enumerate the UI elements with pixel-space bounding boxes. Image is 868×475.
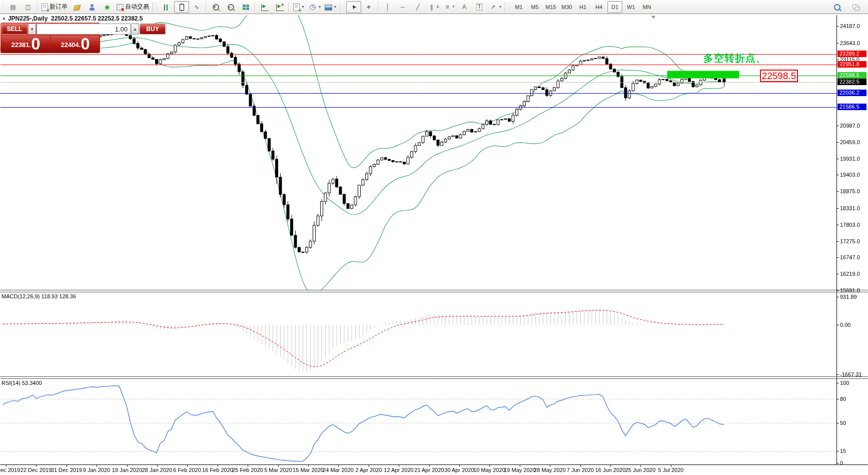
metaeditor-button[interactable] bbox=[70, 1, 85, 13]
x-axis-date-label: 10 May 2020 bbox=[473, 467, 505, 473]
data-window-icon: ◫ bbox=[24, 3, 33, 11]
candlestick-chart-button[interactable] bbox=[174, 1, 189, 13]
timeframe-group: M1M5M15M30H1H4D1W1MN bbox=[511, 1, 654, 13]
price-axis-tick-label: 16219.0 bbox=[840, 271, 860, 277]
tile-windows-icon bbox=[243, 5, 249, 11]
zoom-out-icon: − bbox=[228, 4, 234, 11]
trendline-button[interactable]: ╱ bbox=[410, 1, 425, 13]
vertical-line-button[interactable]: │ bbox=[380, 1, 395, 13]
x-axis-date-label: 25 Feb 2020 bbox=[232, 467, 263, 473]
rsi-axis-tick-label: 80 bbox=[840, 396, 846, 402]
text-label-button[interactable]: T bbox=[472, 1, 487, 13]
x-axis-date-label: 7 Jun 2020 bbox=[567, 467, 594, 473]
horizontal-line-button[interactable]: ─ bbox=[395, 1, 410, 13]
x-axis-date-label: 6 Feb 2020 bbox=[173, 467, 201, 473]
data-window-button[interactable]: ◫ bbox=[21, 1, 36, 13]
vertical-line-icon: │ bbox=[384, 3, 392, 11]
equidistant-channel-icon: ∥ bbox=[427, 3, 436, 11]
rsi-axis-tick-label: 0 bbox=[840, 460, 843, 466]
metaeditor-icon bbox=[74, 5, 81, 11]
timeframe-label: M15 bbox=[545, 4, 556, 10]
timeframe-h4-button[interactable]: H4 bbox=[591, 1, 606, 13]
market-watch-button[interactable]: ▤ bbox=[6, 1, 21, 13]
indicators-window-button[interactable] bbox=[257, 1, 272, 13]
add-indicator-window-icon bbox=[276, 4, 284, 11]
zoom-out-button[interactable]: − bbox=[223, 1, 238, 13]
price-line-badge: 22951.8 bbox=[837, 61, 866, 68]
new-chart-icon bbox=[293, 4, 300, 11]
toolbar-grip bbox=[3, 3, 5, 12]
zoom-in-icon: + bbox=[213, 4, 219, 11]
price-axis-tick-label: 19403.0 bbox=[840, 172, 860, 178]
chart-window: ▲JPN225-,Daily 22502.5 22657.5 22252.5 2… bbox=[0, 14, 868, 475]
timeframe-label: MN bbox=[642, 4, 651, 10]
bar-chart-button[interactable] bbox=[159, 1, 174, 13]
sell-price[interactable]: 22381.0 bbox=[2, 36, 50, 52]
text-button[interactable]: A bbox=[457, 1, 472, 13]
macd-axis-tick-label: -1667.31 bbox=[840, 371, 861, 377]
timeframe-m15-button[interactable]: M15 bbox=[543, 1, 558, 13]
x-axis-date-label: 19 Jan 2020 bbox=[112, 467, 143, 473]
fibonacci-icon: ≡ bbox=[443, 3, 452, 11]
new-order-button[interactable]: 新订单 bbox=[40, 1, 70, 13]
equidistant-channel-button[interactable]: ∥E bbox=[425, 1, 441, 13]
tile-windows-button[interactable] bbox=[238, 1, 253, 13]
line-chart-button[interactable]: ∿ bbox=[189, 1, 204, 13]
sell-button[interactable]: SELL bbox=[2, 24, 28, 35]
timeframe-w1-button[interactable]: W1 bbox=[623, 1, 638, 13]
timeframe-m1-button[interactable]: M1 bbox=[511, 1, 526, 13]
timeframe-m30-button[interactable]: M30 bbox=[559, 1, 574, 13]
x-axis-date-label: 15 Mar 2020 bbox=[293, 467, 324, 473]
fibonacci-button[interactable]: ≡F bbox=[441, 1, 457, 13]
timeframe-d1-button[interactable]: D1 bbox=[607, 1, 622, 13]
template-button[interactable]: ▾ bbox=[323, 1, 338, 13]
arrows-button[interactable]: ↗▾ bbox=[487, 1, 503, 13]
new-order-icon bbox=[42, 4, 48, 11]
price-axis-tick-label: 17803.0 bbox=[840, 222, 860, 228]
price-chart-canvas[interactable] bbox=[0, 14, 868, 475]
timeframe-label: H1 bbox=[579, 4, 586, 10]
chevron-down-icon: ▾ bbox=[319, 5, 321, 9]
bar-chart-icon bbox=[164, 5, 169, 11]
timeframe-h1-button[interactable]: H1 bbox=[575, 1, 590, 13]
buy-price[interactable]: 22404.0 bbox=[51, 36, 99, 52]
buy-button[interactable]: BUY bbox=[140, 24, 166, 35]
crosshair-button[interactable]: ⌖ bbox=[361, 1, 376, 13]
auto-trading-button[interactable]: 自动交易 bbox=[115, 1, 151, 13]
zoom-in-button[interactable]: + bbox=[208, 1, 223, 13]
price-axis-tick-label: 17275.0 bbox=[840, 238, 860, 244]
signal-button[interactable]: ◉ bbox=[100, 1, 115, 13]
x-axis-date-label: 2 Apr 2020 bbox=[355, 467, 382, 473]
x-axis-date-label: 2 Dec 2019 bbox=[0, 467, 20, 473]
volume-decrease-button[interactable]: ▼ bbox=[28, 24, 36, 35]
trade-panel-prices: 22381.0 22404.0 bbox=[2, 36, 99, 52]
horizontal-line-icon: ─ bbox=[399, 3, 407, 11]
price-axis-tick-label: 23643.0 bbox=[840, 40, 860, 46]
cursor-button[interactable]: ➤ bbox=[346, 1, 361, 13]
price-axis-tick-label: 19931.0 bbox=[840, 156, 860, 162]
x-axis-date-label: 16 Jun 2020 bbox=[595, 467, 626, 473]
add-indicator-window-button[interactable] bbox=[272, 1, 287, 13]
rsi-indicator-label: RSI(14) 53.3400 bbox=[2, 380, 42, 386]
search-button[interactable] bbox=[829, 1, 844, 13]
collapse-panel-icon[interactable]: ▲ bbox=[2, 16, 6, 21]
x-axis-date-label: 9 Jan 2020 bbox=[83, 467, 110, 473]
chart-annotation-text[interactable]: 多空转折点、 bbox=[703, 52, 766, 65]
search-icon bbox=[834, 4, 840, 11]
toolbar-separator bbox=[37, 2, 38, 12]
volume-input[interactable] bbox=[37, 24, 131, 35]
volume-increase-button[interactable]: ▲ bbox=[131, 24, 139, 35]
x-axis-date-label: 28 Jan 2020 bbox=[142, 467, 173, 473]
chat-button[interactable] bbox=[848, 1, 863, 13]
timeframe-m5-button[interactable]: M5 bbox=[527, 1, 542, 13]
price-callout-label[interactable]: 22598.5 bbox=[760, 70, 798, 82]
chevron-down-icon: ▾ bbox=[334, 5, 336, 9]
period-button[interactable]: ◷▾ bbox=[306, 1, 323, 13]
new-chart-button[interactable]: ▾ bbox=[291, 1, 306, 13]
toolbar-separator bbox=[378, 2, 379, 12]
timeframe-mn-button[interactable]: MN bbox=[639, 1, 654, 13]
toolbar-grip bbox=[156, 3, 158, 12]
community-button[interactable] bbox=[85, 1, 100, 13]
candlestick-chart-icon bbox=[180, 4, 184, 11]
new-order-label: 新订单 bbox=[50, 3, 68, 11]
